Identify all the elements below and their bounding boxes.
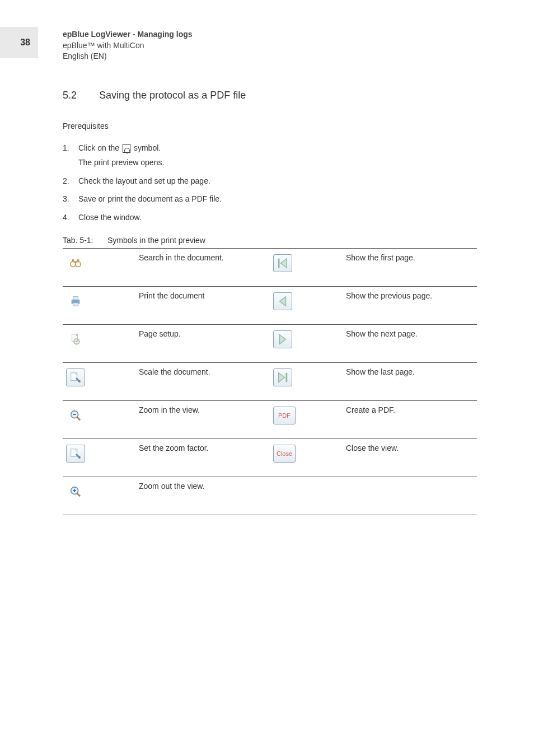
right-desc-cell: Create a PDF.: [343, 400, 477, 438]
left-desc-cell: Scale the document.: [135, 362, 270, 400]
page-setup-icon: [66, 330, 85, 348]
nav-next-icon: [273, 330, 292, 348]
table-caption: Tab. 5-1: Symbols in the print preview: [63, 236, 477, 245]
left-desc-cell: Page setup.: [135, 324, 270, 362]
step-number: 2.: [63, 175, 78, 187]
right-desc-cell: Close the view.: [343, 438, 477, 477]
zoom-factor-icon: [66, 445, 85, 463]
right-desc-cell: Show the previous page.: [343, 286, 477, 324]
table-row: Zoom out the view.: [63, 477, 477, 515]
right-icon-cell: [270, 362, 343, 400]
table-row: Zoom in the view.PDFCreate a PDF.: [63, 400, 477, 438]
nav-last-icon: [273, 368, 292, 386]
step-text: Close the window.: [78, 211, 477, 223]
section-number: 5.2: [63, 90, 96, 101]
step-3: 3. Save or print the document as a PDF f…: [63, 193, 477, 205]
step-text: Click on the: [78, 143, 121, 152]
pdf-button-icon: PDF: [273, 407, 296, 424]
right-desc-cell: Show the last page.: [343, 362, 477, 400]
binoculars-icon: [66, 254, 85, 272]
table-row: Search in the document.Show the first pa…: [63, 248, 477, 286]
step-text: Save or print the document as a PDF file…: [78, 193, 477, 205]
symbols-table: Search in the document.Show the first pa…: [63, 248, 477, 515]
step-2: 2. Check the layout and set up the page.: [63, 175, 477, 187]
left-desc-cell: Print the document: [135, 286, 270, 324]
zoom-in-icon: [66, 407, 85, 424]
zoom-out-icon: [66, 483, 85, 501]
right-icon-cell: [270, 477, 343, 515]
right-desc-cell: Show the next page.: [343, 324, 477, 362]
header-subtitle: epBlue™ with MultiCon: [63, 40, 193, 52]
table-row: Page setup.Show the next page.: [63, 324, 477, 362]
left-icon-cell: [63, 477, 135, 515]
scale-doc-icon: [66, 368, 85, 386]
table-row: Print the documentShow the previous page…: [63, 286, 477, 324]
page: 38 epBlue LogViewer - Managing logs epBl…: [0, 0, 534, 756]
left-desc-cell: Zoom out the view.: [135, 477, 270, 515]
page-header: epBlue LogViewer - Managing logs epBlue™…: [63, 29, 193, 62]
header-language: English (EN): [63, 51, 193, 62]
page-number: 38: [0, 27, 38, 58]
table-row: Set the zoom factor.CloseClose the view.: [63, 438, 477, 477]
right-icon-cell: [270, 324, 343, 362]
table-caption-label: Tab. 5-1:: [63, 236, 105, 245]
step-4: 4. Close the window.: [63, 211, 477, 223]
left-desc-cell: Set the zoom factor.: [135, 438, 270, 477]
magnify-page-icon: [123, 144, 130, 153]
left-icon-cell: [63, 362, 135, 400]
close-button-icon: Close: [273, 445, 296, 463]
step-number: 4.: [63, 211, 78, 223]
step-text-after: symbol.: [132, 143, 161, 152]
printer-icon: [66, 292, 85, 310]
prerequisites-label: Prerequisites: [63, 122, 477, 130]
section-heading: 5.2 Saving the protocol as a PDF file: [63, 90, 477, 101]
header-title: epBlue LogViewer - Managing logs: [63, 29, 193, 40]
steps-list: 1. Click on the symbol. The print previe…: [63, 142, 477, 223]
right-desc-cell: [343, 477, 477, 515]
left-icon-cell: [63, 248, 135, 286]
nav-first-icon: [273, 254, 292, 272]
left-desc-cell: Search in the document.: [135, 248, 270, 286]
step-number: 3.: [63, 193, 78, 205]
section-title: Saving the protocol as a PDF file: [99, 90, 246, 101]
right-icon-cell: PDF: [270, 400, 343, 438]
step-number: 1.: [63, 142, 78, 169]
table-row: Scale the document.Show the last page.: [63, 362, 477, 400]
left-desc-cell: Zoom in the view.: [135, 400, 270, 438]
table-caption-text: Symbols in the print preview: [107, 236, 205, 245]
left-icon-cell: [63, 438, 135, 477]
left-icon-cell: [63, 400, 135, 438]
right-icon-cell: [270, 248, 343, 286]
left-icon-cell: [63, 286, 135, 324]
right-desc-cell: Show the first page.: [343, 248, 477, 286]
content: 5.2 Saving the protocol as a PDF file Pr…: [63, 90, 477, 515]
nav-prev-icon: [273, 292, 292, 310]
right-icon-cell: Close: [270, 438, 343, 477]
step-text: Check the layout and set up the page.: [78, 175, 477, 187]
right-icon-cell: [270, 286, 343, 324]
left-icon-cell: [63, 324, 135, 362]
step-subtext: The print preview opens.: [78, 156, 477, 169]
step-1: 1. Click on the symbol. The print previe…: [63, 142, 477, 169]
